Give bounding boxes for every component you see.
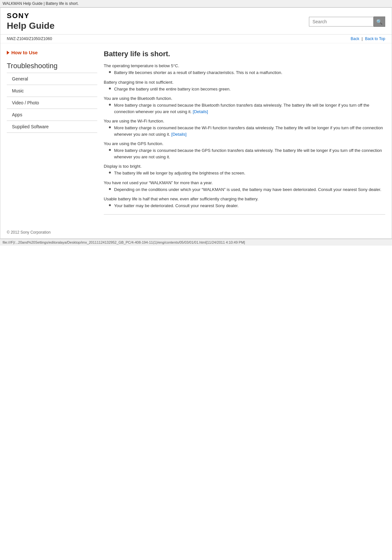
article-divider <box>104 214 385 215</box>
copyright-text: © 2012 Sony Corporation <box>7 230 51 235</box>
bullet-dot <box>109 204 111 206</box>
bullet-bluetooth-text-1: More battery charge is consumed because … <box>114 102 385 115</box>
chevron-right-icon <box>7 51 9 55</box>
bullet-dot <box>109 126 111 128</box>
sidebar-item-video-photo[interactable]: Video / Photo <box>7 97 97 109</box>
footer: © 2012 Sony Corporation <box>0 226 392 238</box>
wifi-details-link[interactable]: [Details] <box>171 132 186 137</box>
condition-temperature: The operating temperature is below 5°C. <box>104 63 385 68</box>
bullet-dot <box>109 172 111 174</box>
section-wifi: You are using the Wi-Fi function. More b… <box>104 119 385 137</box>
bullet-wifi-text-1: More battery charge is consumed because … <box>114 125 385 137</box>
condition-bluetooth: You are using the Bluetooth function. <box>104 96 385 101</box>
back-to-top-link[interactable]: Back to Top <box>365 37 385 41</box>
content-area: How to Use Troubleshooting General Music… <box>0 43 392 226</box>
bullet-bluetooth-1: More battery charge is consumed because … <box>109 102 385 115</box>
section-charging: Battery charging time is not sufficient.… <box>104 80 385 92</box>
bullet-gps-text-1: More battery charge is consumed because … <box>114 147 385 160</box>
how-to-use-link[interactable]: How to Use <box>7 50 97 55</box>
sidebar-item-supplied-software[interactable]: Supplied Software <box>7 121 97 133</box>
bullet-temperature-1: Battery life becomes shorter as a result… <box>109 69 385 76</box>
condition-half-life: Usable battery life is half that when ne… <box>104 196 385 201</box>
search-icon: 🔍 <box>376 19 383 25</box>
model-label: NWZ-Z1040/Z1050/Z1060 <box>7 37 52 41</box>
bullet-gps-1: More battery charge is consumed because … <box>109 147 385 160</box>
main-content: Battery life is short. The operating tem… <box>104 50 385 220</box>
bullet-dot <box>109 88 111 90</box>
nav-separator: | <box>362 37 363 41</box>
bullet-year-1: Depending on the conditions under which … <box>109 186 385 193</box>
condition-year: You have not used your “WALKMAN” for mor… <box>104 180 385 185</box>
section-bluetooth: You are using the Bluetooth function. Mo… <box>104 96 385 115</box>
search-input[interactable] <box>309 17 374 26</box>
bullet-half-life-text-1: Your batter may be deteriorated. Consult… <box>114 203 238 209</box>
subheader: NWZ-Z1040/Z1050/Z1060 Back | Back to Top <box>0 35 392 43</box>
section-display: Display is too bright. The battery life … <box>104 164 385 176</box>
condition-charging: Battery charging time is not sufficient. <box>104 80 385 85</box>
bullet-charging-1: Charge the battery until the entire batt… <box>109 86 385 92</box>
browser-title-bar: WALKMAN Help Guide | Battery life is sho… <box>0 0 392 7</box>
bottom-bar-text: file:///F|/...20and%20Settings/editorala… <box>3 240 245 244</box>
section-gps: You are using the GPS function. More bat… <box>104 141 385 160</box>
search-area: 🔍 <box>309 16 385 27</box>
bullet-dot <box>109 149 111 151</box>
article-title: Battery life is short. <box>104 50 385 58</box>
section-half-life: Usable battery life is half that when ne… <box>104 196 385 209</box>
bullet-display-1: The battery life will be longer by adjus… <box>109 170 385 176</box>
bullet-year-text-1: Depending on the conditions under which … <box>114 186 381 193</box>
condition-display: Display is too bright. <box>104 164 385 169</box>
condition-gps: You are using the GPS function. <box>104 141 385 146</box>
sidebar-item-apps[interactable]: Apps <box>7 109 97 121</box>
page-wrapper: SONY Help Guide 🔍 NWZ-Z1040/Z1050/Z1060 … <box>0 7 392 239</box>
browser-title-text: WALKMAN Help Guide | Battery life is sho… <box>3 1 79 6</box>
troubleshooting-heading: Troubleshooting <box>7 62 97 70</box>
bullet-dot <box>109 71 111 73</box>
bullet-wifi-1: More battery charge is consumed because … <box>109 125 385 137</box>
search-button[interactable]: 🔍 <box>374 16 385 27</box>
how-to-use-label: How to Use <box>11 50 38 55</box>
bullet-display-text-1: The battery life will be longer by adjus… <box>114 170 245 176</box>
section-temperature: The operating temperature is below 5°C. … <box>104 63 385 76</box>
nav-links: Back | Back to Top <box>351 37 385 41</box>
sidebar-item-music[interactable]: Music <box>7 85 97 97</box>
back-link[interactable]: Back <box>351 37 359 41</box>
section-year: You have not used your “WALKMAN” for mor… <box>104 180 385 193</box>
header: SONY Help Guide 🔍 <box>0 8 392 35</box>
bullet-dot <box>109 104 111 106</box>
bullet-dot <box>109 188 111 190</box>
bottom-bar: file:///F|/...20and%20Settings/editorala… <box>0 239 392 246</box>
sidebar-item-general[interactable]: General <box>7 73 97 85</box>
sidebar: How to Use Troubleshooting General Music… <box>7 50 97 220</box>
bluetooth-details-link[interactable]: [Details] <box>193 109 208 114</box>
condition-wifi: You are using the Wi-Fi function. <box>104 119 385 123</box>
bullet-charging-text-1: Charge the battery until the entire batt… <box>114 86 231 92</box>
bullet-temperature-text-1: Battery life becomes shorter as a result… <box>114 69 282 76</box>
bullet-half-life-1: Your batter may be deteriorated. Consult… <box>109 203 385 209</box>
